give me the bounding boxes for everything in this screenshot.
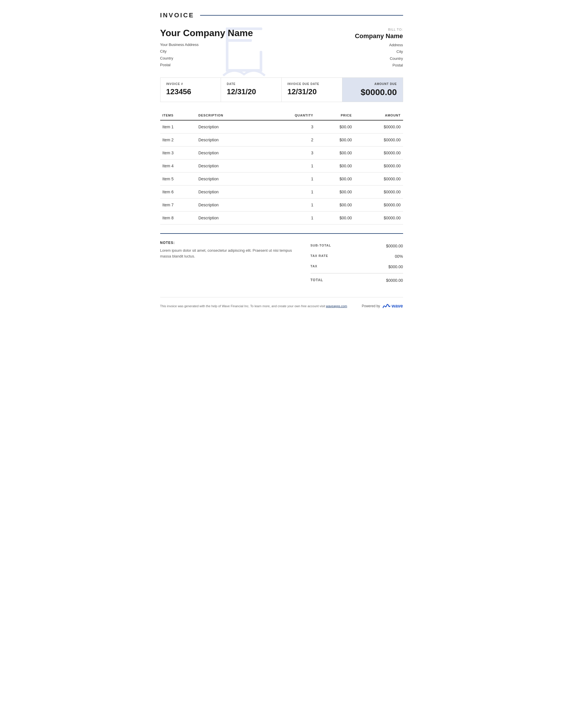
item-price: $00.00 bbox=[316, 133, 354, 146]
table-row: Item 6 Description 1 $00.00 $0000.00 bbox=[160, 185, 403, 198]
item-price: $00.00 bbox=[316, 146, 354, 159]
item-name: Item 2 bbox=[160, 133, 196, 146]
svg-rect-0 bbox=[226, 27, 262, 30]
total-label: TOTAL bbox=[311, 278, 323, 283]
item-description: Description bbox=[196, 133, 263, 146]
invoice-meta: INVOICE # 123456 DATE 12/31/20 INVOICE D… bbox=[160, 77, 403, 102]
tax-value: $000.00 bbox=[388, 264, 403, 269]
col-header-quantity: QUANTITY bbox=[263, 111, 316, 120]
item-quantity: 1 bbox=[263, 159, 316, 172]
table-row: Item 1 Description 3 $00.00 $0000.00 bbox=[160, 120, 403, 134]
amount-due-value: $0000.00 bbox=[348, 87, 397, 97]
item-description: Description bbox=[196, 172, 263, 185]
svg-rect-5 bbox=[260, 51, 262, 72]
invoice-number-section: INVOICE # 123456 bbox=[160, 78, 221, 102]
totals-divider bbox=[311, 273, 403, 273]
item-description: Description bbox=[196, 185, 263, 198]
item-amount: $0000.00 bbox=[354, 198, 403, 211]
item-amount: $0000.00 bbox=[354, 146, 403, 159]
invoice-number-value: 123456 bbox=[166, 87, 215, 96]
table-row: Item 7 Description 1 $00.00 $0000.00 bbox=[160, 198, 403, 211]
table-row: Item 5 Description 1 $00.00 $0000.00 bbox=[160, 172, 403, 185]
item-quantity: 1 bbox=[263, 211, 316, 224]
item-name: Item 1 bbox=[160, 120, 196, 134]
col-header-amount: AMOUNT bbox=[354, 111, 403, 120]
items-table: ITEMS DESCRIPTION QUANTITY PRICE AMOUNT … bbox=[160, 111, 403, 225]
footer-text: This invoice was generated with the help… bbox=[160, 304, 347, 308]
footer-section: NOTES: Lorem ipsum dolor sit amet, conse… bbox=[160, 233, 403, 286]
item-amount: $0000.00 bbox=[354, 159, 403, 172]
item-description: Description bbox=[196, 159, 263, 172]
item-name: Item 4 bbox=[160, 159, 196, 172]
item-quantity: 3 bbox=[263, 120, 316, 134]
item-name: Item 8 bbox=[160, 211, 196, 224]
invoice-date-label: DATE bbox=[227, 82, 275, 86]
header-top: INVOICE bbox=[160, 12, 403, 19]
tax-rate-label: TAX RATE bbox=[311, 254, 328, 259]
item-description: Description bbox=[196, 146, 263, 159]
wave-logo: wave bbox=[382, 302, 403, 310]
watermark-icon bbox=[218, 25, 270, 78]
col-header-description: DESCRIPTION bbox=[196, 111, 263, 120]
bill-to-country: Country bbox=[355, 55, 403, 62]
col-header-price: PRICE bbox=[316, 111, 354, 120]
subtotal-value: $0000.00 bbox=[386, 244, 403, 248]
notes-text: Lorem ipsum dolor sit amet, consectetur … bbox=[160, 248, 299, 260]
item-price: $00.00 bbox=[316, 211, 354, 224]
item-price: $00.00 bbox=[316, 185, 354, 198]
table-row: Item 2 Description 2 $00.00 $0000.00 bbox=[160, 133, 403, 146]
bill-to-street: Address bbox=[355, 42, 403, 48]
item-quantity: 3 bbox=[263, 146, 316, 159]
tax-row: TAX $000.00 bbox=[311, 262, 403, 272]
tax-rate-value: 00% bbox=[395, 254, 403, 259]
amount-due-section: AMOUNT DUE $0000.00 bbox=[342, 78, 403, 102]
subtotal-row: SUB-TOTAL $0000.00 bbox=[311, 241, 403, 251]
footer-text-content: This invoice was generated with the help… bbox=[160, 304, 325, 308]
totals-column: SUB-TOTAL $0000.00 TAX RATE 00% TAX $000… bbox=[311, 241, 403, 286]
item-name: Item 3 bbox=[160, 146, 196, 159]
item-quantity: 1 bbox=[263, 172, 316, 185]
item-price: $00.00 bbox=[316, 172, 354, 185]
bill-to-section: BILL TO: Company Name Address City Count… bbox=[355, 28, 403, 69]
powered-by: Powered by wave bbox=[362, 302, 403, 310]
svg-rect-2 bbox=[226, 39, 252, 42]
item-description: Description bbox=[196, 198, 263, 211]
total-row: TOTAL $0000.00 bbox=[311, 275, 403, 286]
tax-label: TAX bbox=[311, 264, 318, 269]
item-amount: $0000.00 bbox=[354, 172, 403, 185]
item-amount: $0000.00 bbox=[354, 133, 403, 146]
wave-brand-text: wave bbox=[392, 303, 403, 309]
header-line bbox=[200, 15, 403, 16]
invoice-title: INVOICE bbox=[160, 12, 194, 19]
amount-due-label: AMOUNT DUE bbox=[348, 82, 397, 86]
bill-to-name: Company Name bbox=[355, 32, 403, 40]
table-row: Item 8 Description 1 $00.00 $0000.00 bbox=[160, 211, 403, 224]
invoice-due-date-section: INVOICE DUE DATE 12/31/20 bbox=[282, 78, 342, 102]
invoice-date-section: DATE 12/31/20 bbox=[221, 78, 282, 102]
col-header-items: ITEMS bbox=[160, 111, 196, 120]
bottom-bar: This invoice was generated with the help… bbox=[160, 297, 403, 310]
item-price: $00.00 bbox=[316, 120, 354, 134]
bill-to-label: BILL TO: bbox=[355, 28, 403, 31]
invoice-number-label: INVOICE # bbox=[166, 82, 215, 86]
item-description: Description bbox=[196, 211, 263, 224]
bill-to-postal: Postal bbox=[355, 62, 403, 68]
item-amount: $0000.00 bbox=[354, 120, 403, 134]
header-info: Your Company Name Your Business Address … bbox=[160, 28, 403, 69]
total-value: $0000.00 bbox=[386, 278, 403, 283]
item-price: $00.00 bbox=[316, 198, 354, 211]
table-row: Item 3 Description 3 $00.00 $0000.00 bbox=[160, 146, 403, 159]
item-quantity: 1 bbox=[263, 198, 316, 211]
tax-rate-row: TAX RATE 00% bbox=[311, 251, 403, 262]
subtotal-label: SUB-TOTAL bbox=[311, 244, 332, 248]
item-quantity: 2 bbox=[263, 133, 316, 146]
invoice-due-date-label: INVOICE DUE DATE bbox=[288, 82, 336, 86]
invoice-date-value: 12/31/20 bbox=[227, 87, 275, 96]
notes-column: NOTES: Lorem ipsum dolor sit amet, conse… bbox=[160, 241, 311, 260]
item-description: Description bbox=[196, 120, 263, 134]
item-amount: $0000.00 bbox=[354, 185, 403, 198]
table-header-row: ITEMS DESCRIPTION QUANTITY PRICE AMOUNT bbox=[160, 111, 403, 120]
item-amount: $0000.00 bbox=[354, 211, 403, 224]
footer-link[interactable]: waveapps.com bbox=[326, 304, 347, 308]
item-name: Item 6 bbox=[160, 185, 196, 198]
